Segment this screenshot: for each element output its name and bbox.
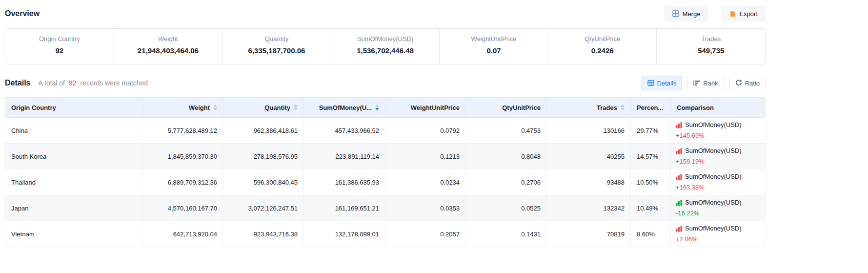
cell-percentage: 8.60% xyxy=(631,221,671,247)
cell-quantity: 923,943,716.38 xyxy=(223,221,304,247)
col-label: Quantity xyxy=(264,104,290,111)
cell-percentage: 29.77% xyxy=(631,118,671,144)
cell-comparison: SumOfMoney(USD) -16.22% xyxy=(671,195,766,221)
col-label: Trades xyxy=(597,104,617,111)
export-file-icon xyxy=(729,10,736,17)
summary-prefix: A total of xyxy=(38,79,64,87)
comparison-metric-label: SumOfMoney(USD) xyxy=(685,198,742,208)
stat-weight: Weight 21,948,403,464.06 xyxy=(114,29,223,64)
overview-stats-bar: Origin Country 92 Weight 21,948,403,464.… xyxy=(5,28,766,64)
cell-weight-unit-price: 0.1213 xyxy=(385,144,466,169)
stat-origin-country: Origin Country 92 xyxy=(5,29,114,64)
top-bar: Overview Merge Export xyxy=(5,0,766,21)
matched-records-count: 92 xyxy=(67,79,78,87)
sort-icon[interactable] xyxy=(294,105,298,110)
cell-weight-unit-price: 0.0234 xyxy=(385,169,466,195)
cell-quantity: 278,198,576.95 xyxy=(223,144,304,169)
stat-trades: Trades 549,735 xyxy=(657,29,765,64)
col-header-sum-of-money[interactable]: SumOfMoney(U... xyxy=(304,98,385,118)
trend-bar-chart-icon xyxy=(676,148,682,154)
cell-weight: 4,570,160,167.70 xyxy=(143,195,223,221)
stat-label: WeightUnitPrice xyxy=(440,35,548,42)
cell-percentage: 14.57% xyxy=(631,144,671,169)
rank-bars-icon xyxy=(693,80,700,86)
cell-qty-unit-price: 0.8048 xyxy=(466,144,547,169)
comparison-metric-label: SumOfMoney(USD) xyxy=(685,172,742,182)
col-header-weight[interactable]: Weight xyxy=(143,98,223,118)
col-header-origin-country: Origin Country xyxy=(5,98,143,118)
sort-icon-active-desc[interactable] xyxy=(375,105,379,110)
cell-qty-unit-price: 0.0525 xyxy=(466,195,547,221)
trend-bar-chart-icon xyxy=(676,200,682,206)
sort-icon[interactable] xyxy=(213,105,217,110)
cell-percentage: 10.49% xyxy=(631,195,671,221)
stat-label: Quantity xyxy=(222,35,331,42)
comparison-percent: -16.22% xyxy=(676,209,760,218)
table-row-china: China 5,777,628,489.12 962,386,418.61 45… xyxy=(5,118,766,144)
table-row-japan: Japan 4,570,160,167.70 3,072,126,247.51 … xyxy=(5,195,766,221)
export-button[interactable]: Export xyxy=(722,6,766,21)
cell-weight: 642,713,920.04 xyxy=(143,221,223,247)
merge-button-label: Merge xyxy=(683,10,701,18)
cell-trades: 40255 xyxy=(547,144,631,169)
merge-icon xyxy=(672,10,679,17)
cell-origin-country: Vietnam xyxy=(5,221,143,247)
table-row-thailand: Thailand 6,889,709,312.36 596,300,840.45… xyxy=(5,169,766,195)
details-title: Details xyxy=(5,79,30,87)
cell-comparison: SumOfMoney(USD) +145.69% xyxy=(671,118,766,144)
cell-quantity: 3,072,126,247.51 xyxy=(223,195,304,221)
stat-label: QtyUnitPrice xyxy=(548,35,657,42)
cell-sum-of-money: 457,433,966.52 xyxy=(304,118,385,144)
cell-origin-country: Japan xyxy=(5,195,143,221)
trend-bar-chart-icon xyxy=(676,122,682,128)
comparison-percent: +145.69% xyxy=(676,131,760,141)
table-grid-icon xyxy=(647,80,654,86)
cell-qty-unit-price: 0.4753 xyxy=(466,118,547,144)
summary-suffix: records were matched xyxy=(81,79,148,87)
details-table: Origin Country Weight Quantity SumOfMone… xyxy=(5,97,766,247)
page-container: Overview Merge Export xyxy=(5,0,766,247)
cell-weight-unit-price: 0.0353 xyxy=(385,195,466,221)
cell-trades: 130166 xyxy=(547,118,631,144)
col-header-trades[interactable]: Trades xyxy=(547,98,631,118)
cell-weight-unit-price: 0.0792 xyxy=(385,118,466,144)
cell-origin-country: Thailand xyxy=(5,169,143,195)
stat-value: 92 xyxy=(5,46,114,55)
view-button-label: Ratio xyxy=(745,80,760,87)
col-header-quantity[interactable]: Quantity xyxy=(223,98,304,118)
stat-value: 21,948,403,464.06 xyxy=(114,46,222,55)
cell-trades: 93488 xyxy=(547,169,631,195)
stat-value: 0.07 xyxy=(440,46,548,55)
stat-weight-unit-price: WeightUnitPrice 0.07 xyxy=(440,29,548,64)
top-actions: Merge Export xyxy=(665,6,766,21)
cell-percentage: 10.50% xyxy=(631,169,671,195)
export-button-label: Export xyxy=(739,10,758,18)
cell-trades: 70819 xyxy=(547,221,631,247)
col-label: WeightUnitPrice xyxy=(411,104,460,111)
stat-label: Weight xyxy=(114,35,222,42)
col-label: SumOfMoney(U... xyxy=(319,104,372,111)
page-title: Overview xyxy=(5,9,40,18)
cell-comparison: SumOfMoney(USD) +163.38% xyxy=(671,169,766,195)
sort-icon[interactable] xyxy=(621,105,625,110)
view-button-ratio[interactable]: Ratio xyxy=(729,76,766,90)
stat-quantity: Quantity 6,335,187,700.06 xyxy=(222,29,331,64)
merge-button[interactable]: Merge xyxy=(665,6,708,21)
cell-trades: 132342 xyxy=(547,195,631,221)
view-button-details[interactable]: Details xyxy=(642,76,683,90)
table-row-south-korea: South Korea 1,845,859,370.30 278,198,576… xyxy=(5,144,766,169)
table-row-vietnam: Vietnam 642,713,920.04 923,943,716.38 13… xyxy=(5,221,766,247)
view-switcher: Details Rank xyxy=(642,76,766,90)
cell-origin-country: South Korea xyxy=(5,144,143,169)
cell-quantity: 596,300,840.45 xyxy=(223,169,304,195)
stat-value: 549,735 xyxy=(657,46,765,55)
col-header-qty-unit-price: QtyUnitPrice xyxy=(466,98,547,118)
stat-qty-unit-price: QtyUnitPrice 0.2426 xyxy=(548,29,657,64)
col-label: Percen... xyxy=(637,104,663,111)
col-header-percentage: Percen... xyxy=(631,98,671,118)
col-label: QtyUnitPrice xyxy=(502,104,541,111)
cell-weight: 6,889,709,312.36 xyxy=(143,169,223,195)
view-button-rank[interactable]: Rank xyxy=(687,76,724,90)
comparison-percent: +159.19% xyxy=(676,157,760,167)
cell-sum-of-money: 223,891,119.14 xyxy=(304,144,385,169)
